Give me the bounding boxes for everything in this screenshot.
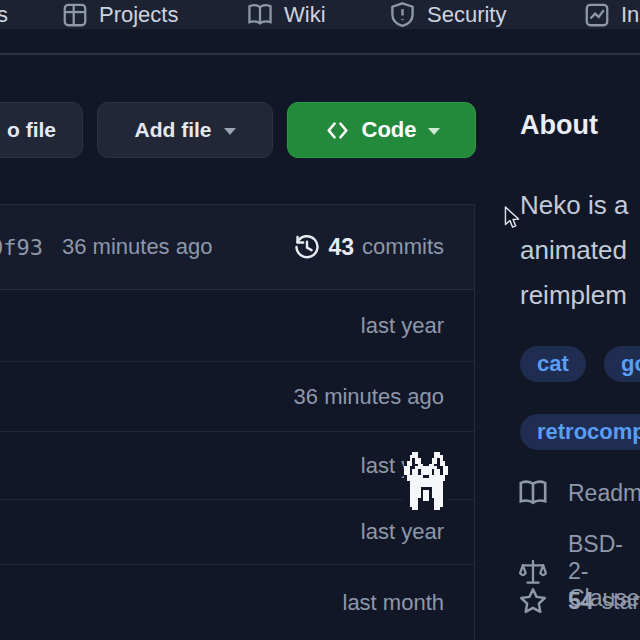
commit-time: 36 minutes ago xyxy=(62,205,212,289)
topic-tag-cat[interactable]: cat xyxy=(520,346,586,382)
book-icon xyxy=(247,2,273,28)
star-icon xyxy=(518,586,548,616)
repo-description: Neko is a animated reimplem xyxy=(520,183,628,318)
page: { "nav": { "partial_tab": "s", "tabs": [… xyxy=(0,0,640,640)
mouse-cursor-icon xyxy=(504,206,520,230)
chevron-down-icon xyxy=(224,128,236,135)
commit-hash-link[interactable]: 0f93 xyxy=(0,205,43,289)
commit-header-bar: 0f93 36 minutes ago 43 commits xyxy=(0,204,474,290)
file-row[interactable]: last year xyxy=(0,432,474,500)
file-row[interactable]: last year xyxy=(0,290,474,362)
description-line: Neko is a xyxy=(520,183,628,228)
file-row[interactable]: last month xyxy=(0,565,474,640)
topic-tag-retrocomputing[interactable]: retrocomputing xyxy=(520,414,640,450)
neko-cat-sprite xyxy=(404,452,448,510)
tab-insights[interactable]: Insights xyxy=(584,0,640,29)
nav-divider xyxy=(0,53,640,55)
file-row-date: last month xyxy=(343,590,445,616)
commit-count: 43 xyxy=(329,234,355,261)
file-row[interactable]: last year xyxy=(0,500,474,565)
stars-count: 54 xyxy=(568,588,594,615)
description-line: reimplem xyxy=(520,273,628,318)
table-sidebar-divider xyxy=(474,204,475,640)
graph-icon xyxy=(584,2,610,28)
readme-label: Readme xyxy=(568,480,640,507)
go-to-file-button[interactable]: o file xyxy=(0,102,83,158)
shield-icon xyxy=(389,1,416,28)
law-scales-icon xyxy=(518,557,548,587)
table-icon xyxy=(62,2,88,28)
file-row[interactable]: 36 minutes ago xyxy=(0,362,474,432)
code-icon xyxy=(324,117,351,144)
readme-link[interactable]: Readme xyxy=(518,478,640,508)
tab-projects[interactable]: Projects xyxy=(62,0,178,29)
description-line: animated xyxy=(520,228,628,273)
tab-label: Wiki xyxy=(284,2,326,28)
tab-label: Insights xyxy=(621,2,640,28)
tab-wiki[interactable]: Wiki xyxy=(247,0,326,29)
file-row-date: last year xyxy=(361,519,444,545)
book-icon xyxy=(518,478,548,508)
tab-partial[interactable]: s xyxy=(0,0,8,29)
file-row-date: 36 minutes ago xyxy=(294,384,444,410)
about-heading: About xyxy=(520,110,598,141)
add-file-label: Add file xyxy=(135,118,212,142)
tab-security[interactable]: Security xyxy=(389,0,506,29)
commits-link[interactable]: 43 commits xyxy=(293,205,444,289)
topic-tag-go[interactable]: go xyxy=(604,346,640,382)
stars-label: stars xyxy=(602,588,640,615)
add-file-button[interactable]: Add file xyxy=(97,102,273,158)
chevron-down-icon xyxy=(428,128,440,135)
commit-count-label: commits xyxy=(362,234,444,260)
code-label: Code xyxy=(362,117,417,143)
history-icon xyxy=(293,233,321,261)
tab-label: Security xyxy=(427,2,506,28)
code-button[interactable]: Code xyxy=(287,102,476,158)
stars-link[interactable]: 54 stars xyxy=(518,586,640,616)
file-row-date: last year xyxy=(361,313,444,339)
go-to-file-label: o file xyxy=(7,118,56,142)
tab-label: Projects xyxy=(99,2,178,28)
